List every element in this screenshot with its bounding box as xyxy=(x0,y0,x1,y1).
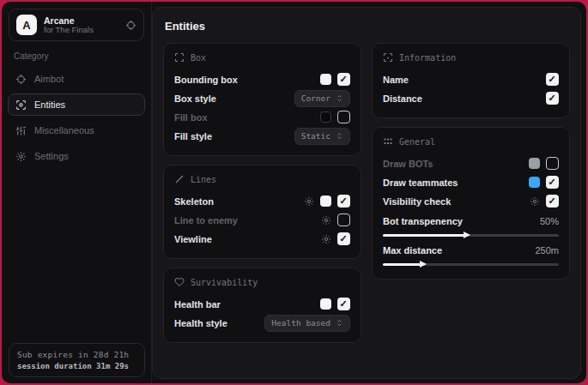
setting-label: Max distance xyxy=(383,245,535,256)
gear-icon[interactable] xyxy=(304,196,314,207)
sync-icon[interactable] xyxy=(125,20,136,31)
setting-row-draw-teammates: Draw teammates xyxy=(383,173,559,191)
panel-title: Box xyxy=(191,53,206,63)
setting-row-fill-box: Fill box xyxy=(174,108,350,126)
line-to-enemy-checkbox[interactable] xyxy=(337,214,350,226)
visibility-check-checkbox[interactable] xyxy=(546,195,559,208)
panel-title: Information xyxy=(399,53,456,63)
app-window: A Arcane for The Finals Category Aimbot xyxy=(2,2,586,383)
setting-label: Fill box xyxy=(174,112,320,123)
name-checkbox[interactable] xyxy=(546,73,559,86)
app-subtitle: for The Finals xyxy=(44,26,118,35)
sidebar-nav: Aimbot Entities Miscella xyxy=(2,68,151,167)
setting-label: Viewline xyxy=(174,234,321,244)
color-swatch[interactable] xyxy=(529,158,540,169)
grid-icon xyxy=(383,136,393,147)
max-distance-slider[interactable] xyxy=(383,260,559,268)
distance-checkbox[interactable] xyxy=(546,92,559,105)
setting-row-fill-style: Fill style Static xyxy=(174,127,350,145)
health-style-dropdown[interactable]: Health based xyxy=(264,315,350,332)
panel-information: Information Name Distance xyxy=(372,43,570,118)
panel-title: General xyxy=(399,137,435,147)
sidebar-item-label: Settings xyxy=(34,151,69,161)
chevron-updown-icon xyxy=(336,132,343,140)
setting-label: Visibility check xyxy=(383,196,530,207)
setting-label: Bounding box xyxy=(174,75,320,85)
setting-row-health-bar: Health bar xyxy=(174,295,350,313)
setting-row-visibility-check: Visibility check xyxy=(383,192,559,210)
setting-row-name: Name xyxy=(383,70,559,88)
sidebar-item-label: Miscellaneous xyxy=(34,125,94,135)
chevron-updown-icon xyxy=(336,319,343,327)
session-duration-text: session duration 31m 29s xyxy=(17,362,136,370)
setting-row-skeleton: Skeleton xyxy=(174,192,350,210)
gear-icon[interactable] xyxy=(321,215,331,226)
sidebar-item-label: Entities xyxy=(34,99,65,110)
setting-label: Draw teammates xyxy=(383,177,529,188)
sidebar-item-miscellaneous[interactable]: Miscellaneous xyxy=(8,119,145,141)
page-title: Entities xyxy=(165,20,570,33)
heart-pulse-icon xyxy=(174,277,185,287)
setting-row-bot-transparency: Bot transpenency 50% xyxy=(383,214,559,239)
panel-box: Box Bounding box Box style Corne xyxy=(163,43,361,156)
setting-label: Health bar xyxy=(174,299,320,310)
dropdown-value: Static xyxy=(301,131,330,141)
fill-style-dropdown[interactable]: Static xyxy=(294,128,350,145)
fill-box-checkbox[interactable] xyxy=(337,111,350,123)
setting-label: Fill style xyxy=(174,131,294,141)
health-bar-checkbox[interactable] xyxy=(337,298,350,310)
slider-thumb[interactable] xyxy=(464,232,470,238)
main-content: Entities Box Bounding box xyxy=(152,7,581,379)
color-swatch[interactable] xyxy=(320,196,331,207)
sidebar-item-label: Aimbot xyxy=(34,74,64,84)
panel-general: General Draw BOTs Draw teammates xyxy=(372,127,570,280)
viewline-checkbox[interactable] xyxy=(337,232,350,245)
gear-icon[interactable] xyxy=(321,234,331,244)
app-name: Arcane xyxy=(44,15,118,26)
crosshair-icon xyxy=(15,74,27,85)
sidebar-item-entities[interactable]: Entities xyxy=(8,93,145,116)
setting-row-distance: Distance xyxy=(383,89,559,107)
skeleton-checkbox[interactable] xyxy=(337,195,350,208)
panel-survivability: Survivability Health bar Health style xyxy=(163,268,361,343)
setting-label: Skeleton xyxy=(174,196,304,207)
info-scan-icon xyxy=(383,52,393,63)
sliders-icon xyxy=(15,125,27,136)
panel-lines: Lines Skeleton Line to enemy xyxy=(163,165,361,259)
line-icon xyxy=(174,174,185,184)
color-swatch[interactable] xyxy=(529,177,540,188)
chevron-updown-icon xyxy=(336,94,343,102)
scan-eye-icon xyxy=(15,99,27,111)
setting-row-health-style: Health style Health based xyxy=(174,314,350,332)
category-label: Category xyxy=(14,51,139,61)
app-logo: A xyxy=(16,15,37,35)
gear-icon xyxy=(15,151,27,162)
setting-label: Bot transpenency xyxy=(383,216,540,226)
panel-title: Survivability xyxy=(191,278,258,287)
panel-title: Lines xyxy=(191,175,216,184)
color-swatch[interactable] xyxy=(320,111,331,123)
setting-label: Line to enemy xyxy=(174,215,321,226)
bot-transparency-slider[interactable] xyxy=(383,231,559,239)
sidebar: A Arcane for The Finals Category Aimbot xyxy=(2,2,152,383)
setting-label: Distance xyxy=(383,93,546,104)
slider-thumb[interactable] xyxy=(420,261,427,268)
subscription-info: Sub expires in 28d 21h session duration … xyxy=(9,343,145,377)
draw-bots-checkbox[interactable] xyxy=(546,157,559,170)
dropdown-value: Health based xyxy=(271,318,330,328)
setting-label: Box style xyxy=(174,93,294,104)
setting-label: Health style xyxy=(174,318,264,328)
draw-teammates-checkbox[interactable] xyxy=(546,176,559,189)
box-style-dropdown[interactable]: Corner xyxy=(294,90,350,107)
color-swatch[interactable] xyxy=(320,298,331,310)
setting-row-line-to-enemy: Line to enemy xyxy=(174,211,350,229)
box-corners-icon xyxy=(174,52,185,63)
setting-row-box-style: Box style Corner xyxy=(174,89,350,107)
gear-icon[interactable] xyxy=(530,196,540,207)
sidebar-item-settings[interactable]: Settings xyxy=(8,145,145,167)
setting-row-max-distance: Max distance 250m xyxy=(383,243,559,268)
color-swatch[interactable] xyxy=(320,74,331,85)
sidebar-item-aimbot[interactable]: Aimbot xyxy=(8,68,145,90)
bounding-box-checkbox[interactable] xyxy=(337,73,350,86)
sub-expiry-text: Sub expires in 28d 21h xyxy=(17,350,136,359)
